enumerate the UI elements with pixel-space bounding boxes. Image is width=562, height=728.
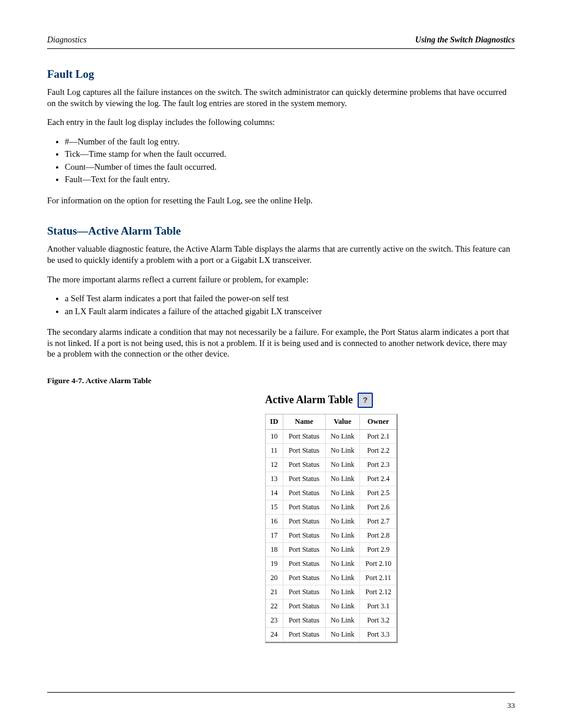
table-row: 19Port StatusNo LinkPort 2.10 xyxy=(266,557,396,571)
cell-owner: Port 2.2 xyxy=(360,444,396,458)
cell-id: 22 xyxy=(266,599,283,614)
cell-owner: Port 3.3 xyxy=(360,628,396,642)
figure-title: Active Alarm Table xyxy=(265,394,353,406)
status-p2: The more important alarms reflect a curr… xyxy=(47,274,515,285)
cell-value: No Link xyxy=(326,529,361,543)
table-row: 17Port StatusNo LinkPort 2.8 xyxy=(266,529,396,543)
cell-value: No Link xyxy=(326,557,361,571)
table-row: 10Port StatusNo LinkPort 2.1 xyxy=(266,430,396,444)
list-item: Tick—Time stamp for when the fault occur… xyxy=(65,149,515,160)
cell-id: 11 xyxy=(266,444,283,458)
cell-owner: Port 3.1 xyxy=(360,599,396,614)
cell-value: No Link xyxy=(326,472,361,486)
help-icon[interactable]: ? xyxy=(358,393,373,408)
col-owner: Owner xyxy=(360,414,396,430)
cell-id: 20 xyxy=(266,571,283,585)
cell-value: No Link xyxy=(326,500,361,515)
table-row: 18Port StatusNo LinkPort 2.9 xyxy=(266,543,396,557)
heading-fault-log: Fault Log xyxy=(47,68,515,81)
status-p3: The secondary alarms indicate a conditio… xyxy=(47,327,515,360)
list-item: Fault—Text for the fault entry. xyxy=(65,174,515,186)
header-right: Using the Switch Diagnostics xyxy=(415,35,515,45)
cell-id: 14 xyxy=(266,486,283,500)
cell-id: 16 xyxy=(266,515,283,529)
cell-name: Port Status xyxy=(283,614,326,628)
cell-value: No Link xyxy=(326,614,361,628)
cell-owner: Port 2.6 xyxy=(360,500,396,515)
fault-log-p1: Fault Log captures all the failure insta… xyxy=(47,87,515,108)
cell-name: Port Status xyxy=(283,515,326,529)
cell-owner: Port 2.4 xyxy=(360,472,396,486)
table-row: 13Port StatusNo LinkPort 2.4 xyxy=(266,472,396,486)
cell-owner: Port 2.12 xyxy=(360,585,396,599)
cell-id: 15 xyxy=(266,500,283,515)
cell-name: Port Status xyxy=(283,529,326,543)
cell-id: 24 xyxy=(266,628,283,642)
cell-name: Port Status xyxy=(283,571,326,585)
cell-owner: Port 2.3 xyxy=(360,458,396,472)
cell-id: 17 xyxy=(266,529,283,543)
cell-name: Port Status xyxy=(283,500,326,515)
table-row: 14Port StatusNo LinkPort 2.5 xyxy=(266,486,396,500)
cell-name: Port Status xyxy=(283,628,326,642)
cell-owner: Port 2.10 xyxy=(360,557,396,571)
cell-value: No Link xyxy=(326,444,361,458)
cell-id: 12 xyxy=(266,458,283,472)
fault-log-bullets: #—Number of the fault log entry. Tick—Ti… xyxy=(47,136,515,186)
figure-active-alarm: Active Alarm Table ? ID Name Value Owner… xyxy=(265,393,406,643)
cell-value: No Link xyxy=(326,599,361,614)
cell-value: No Link xyxy=(326,486,361,500)
cell-name: Port Status xyxy=(283,585,326,599)
col-value: Value xyxy=(326,414,361,430)
cell-value: No Link xyxy=(326,543,361,557)
divider-top xyxy=(47,48,515,49)
cell-name: Port Status xyxy=(283,444,326,458)
table-row: 16Port StatusNo LinkPort 2.7 xyxy=(266,515,396,529)
list-item: a Self Test alarm indicates a port that … xyxy=(65,293,515,305)
page-number: 33 xyxy=(507,701,515,710)
cell-name: Port Status xyxy=(283,543,326,557)
cell-owner: Port 2.9 xyxy=(360,543,396,557)
table-row: 11Port StatusNo LinkPort 2.2 xyxy=(266,444,396,458)
table-header-row: ID Name Value Owner xyxy=(266,414,396,430)
cell-id: 23 xyxy=(266,614,283,628)
cell-name: Port Status xyxy=(283,486,326,500)
cell-owner: Port 2.8 xyxy=(360,529,396,543)
table-row: 22Port StatusNo LinkPort 3.1 xyxy=(266,599,396,614)
divider-bottom xyxy=(47,692,515,693)
table-row: 20Port StatusNo LinkPort 2.11 xyxy=(266,571,396,585)
table-row: 12Port StatusNo LinkPort 2.3 xyxy=(266,458,396,472)
cell-owner: Port 3.2 xyxy=(360,614,396,628)
cell-value: No Link xyxy=(326,571,361,585)
cell-name: Port Status xyxy=(283,599,326,614)
cell-id: 21 xyxy=(266,585,283,599)
cell-owner: Port 2.1 xyxy=(360,430,396,444)
heading-status-alarm: Status—Active Alarm Table xyxy=(47,225,515,238)
table-row: 23Port StatusNo LinkPort 3.2 xyxy=(266,614,396,628)
figure-caption: Figure 4-7. Active Alarm Table xyxy=(47,376,515,386)
cell-value: No Link xyxy=(326,628,361,642)
cell-value: No Link xyxy=(326,515,361,529)
cell-id: 13 xyxy=(266,472,283,486)
cell-value: No Link xyxy=(326,430,361,444)
status-bullets: a Self Test alarm indicates a port that … xyxy=(47,293,515,317)
list-item: Count—Number of times the fault occurred… xyxy=(65,162,515,173)
cell-name: Port Status xyxy=(283,472,326,486)
col-name: Name xyxy=(283,414,326,430)
table-row: 21Port StatusNo LinkPort 2.12 xyxy=(266,585,396,599)
cell-value: No Link xyxy=(326,585,361,599)
cell-name: Port Status xyxy=(283,430,326,444)
table-row: 24Port StatusNo LinkPort 3.3 xyxy=(266,628,396,642)
fault-log-p3: For information on the option for resett… xyxy=(47,195,515,206)
cell-name: Port Status xyxy=(283,458,326,472)
cell-owner: Port 2.5 xyxy=(360,486,396,500)
cell-name: Port Status xyxy=(283,557,326,571)
table-row: 15Port StatusNo LinkPort 2.6 xyxy=(266,500,396,515)
cell-value: No Link xyxy=(326,458,361,472)
list-item: #—Number of the fault log entry. xyxy=(65,136,515,148)
page-footer: 33 xyxy=(47,701,515,710)
active-alarm-table: ID Name Value Owner 10Port StatusNo Link… xyxy=(265,414,398,643)
cell-owner: Port 2.7 xyxy=(360,515,396,529)
status-p1: Another valuable diagnostic feature, the… xyxy=(47,243,515,265)
col-id: ID xyxy=(266,414,283,430)
